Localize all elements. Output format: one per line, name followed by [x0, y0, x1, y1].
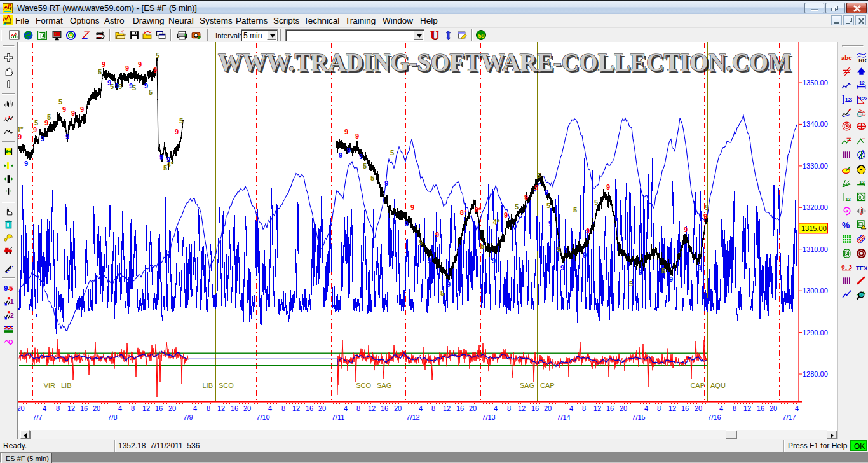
svg-text:VIR: VIR	[44, 382, 55, 389]
svg-text:9: 9	[583, 251, 587, 259]
svg-text:1280.00: 1280.00	[803, 370, 828, 378]
svg-text:SCO: SCO	[219, 382, 234, 389]
svg-text:5: 5	[594, 198, 598, 206]
svg-text:5: 5	[390, 149, 394, 156]
svg-text:5: 5	[705, 204, 709, 211]
svg-text:7/17: 7/17	[782, 413, 796, 421]
svg-text:TEXT: TEXT	[856, 265, 867, 272]
svg-text:8*: 8*	[475, 206, 482, 214]
svg-text:LIB: LIB	[202, 382, 213, 389]
svg-text:4*: 4*	[493, 218, 500, 226]
svg-text:9: 9	[405, 220, 409, 228]
svg-text:12: 12	[142, 404, 150, 412]
svg-text:12: 12	[593, 404, 601, 412]
svg-text:1340.00: 1340.00	[803, 120, 828, 128]
svg-text:9: 9	[669, 275, 673, 283]
svg-text:12: 12	[518, 404, 526, 412]
svg-text:4: 4	[118, 404, 122, 412]
svg-text:16: 16	[306, 404, 313, 412]
svg-text:WWW.TRADING-SOFTWARE-COLLECTIO: WWW.TRADING-SOFTWARE-COLLECTION.COM	[218, 48, 791, 76]
svg-text:5: 5	[629, 280, 633, 287]
svg-text:9: 9	[410, 204, 414, 211]
svg-text:5: 5	[363, 162, 367, 170]
svg-text:9: 9	[560, 264, 564, 272]
svg-text:4: 4	[644, 404, 648, 412]
svg-text:20: 20	[93, 404, 100, 412]
svg-text:9: 9	[359, 153, 363, 160]
svg-text:5: 5	[9, 284, 13, 292]
svg-text:8: 8	[657, 404, 661, 412]
svg-text:9: 9	[138, 60, 142, 68]
svg-text:5: 5	[480, 242, 484, 250]
svg-text:8: 8	[860, 211, 862, 216]
svg-text:16: 16	[155, 404, 163, 412]
svg-text:12: 12	[292, 404, 300, 412]
svg-text:8: 8	[56, 404, 60, 412]
svg-text:1330.00: 1330.00	[803, 162, 828, 170]
svg-text:7/16: 7/16	[707, 413, 721, 421]
svg-text:12: 12	[859, 80, 864, 86]
svg-text:9: 9	[684, 226, 688, 233]
svg-text:1315.00: 1315.00	[801, 225, 827, 232]
svg-text:9: 9	[639, 268, 642, 276]
svg-text:9: 9	[80, 106, 84, 113]
svg-text:5: 5	[156, 52, 159, 59]
svg-text:4: 4	[344, 404, 348, 412]
svg-text:9: 9	[44, 119, 48, 127]
svg-text:9: 9	[129, 82, 133, 90]
svg-text:12: 12	[443, 404, 451, 412]
svg-text:12: 12	[668, 404, 676, 412]
svg-text:9: 9	[33, 126, 37, 134]
svg-text:4: 4	[795, 404, 799, 412]
svg-text:8: 8	[431, 404, 435, 412]
svg-text:7/11: 7/11	[332, 413, 345, 421]
svg-text:5: 5	[440, 289, 444, 297]
svg-text:7/9: 7/9	[183, 413, 193, 421]
svg-text:1: 1	[10, 298, 14, 305]
svg-text:20: 20	[770, 404, 777, 412]
svg-text:7/15: 7/15	[632, 413, 645, 421]
svg-text:7/13: 7/13	[482, 413, 495, 421]
svg-text:SAG: SAG	[520, 382, 534, 389]
svg-text:CAP: CAP	[540, 382, 555, 389]
svg-text:9: 9	[435, 231, 439, 238]
svg-text:1310.00: 1310.00	[803, 245, 828, 253]
svg-text:5: 5	[98, 68, 102, 76]
svg-text:CAP: CAP	[690, 382, 705, 389]
svg-text:%: %	[842, 220, 850, 230]
svg-text:12: 12	[845, 197, 850, 202]
svg-text:20: 20	[168, 404, 176, 412]
svg-text:9: 9	[586, 227, 590, 235]
svg-text:9: 9	[115, 82, 119, 90]
svg-text:9: 9	[153, 66, 157, 74]
svg-text:20: 20	[620, 404, 627, 412]
svg-text:8: 8	[207, 404, 210, 412]
svg-text:8: 8	[733, 404, 736, 412]
svg-text:8: 8	[582, 404, 586, 412]
svg-text:SCO: SCO	[356, 382, 371, 389]
svg-text:9: 9	[107, 79, 111, 86]
svg-text:16: 16	[606, 404, 614, 412]
svg-text:4: 4	[43, 404, 46, 412]
svg-text:AQU: AQU	[710, 382, 726, 389]
svg-text:20: 20	[695, 404, 702, 412]
svg-text:9: 9	[557, 245, 560, 253]
svg-text:9: 9	[447, 280, 451, 288]
svg-text:5: 5	[179, 117, 183, 125]
svg-text:abc: abc	[841, 54, 852, 61]
svg-text:16: 16	[757, 404, 764, 412]
svg-text:8: 8	[507, 404, 511, 412]
svg-text:5: 5	[546, 202, 550, 209]
svg-text:9: 9	[606, 183, 610, 191]
svg-text:7/12: 7/12	[406, 413, 419, 421]
svg-text:7/8: 7/8	[107, 413, 117, 421]
svg-text:8*: 8*	[460, 209, 467, 216]
svg-text:9: 9	[175, 128, 179, 135]
svg-text:5: 5	[537, 172, 541, 179]
svg-text:16: 16	[231, 404, 238, 412]
svg-text:9: 9	[698, 264, 702, 272]
svg-text:9: 9	[344, 128, 348, 135]
svg-text:9: 9	[102, 60, 105, 68]
svg-text:20: 20	[318, 404, 326, 412]
svg-text:9: 9	[65, 133, 69, 141]
